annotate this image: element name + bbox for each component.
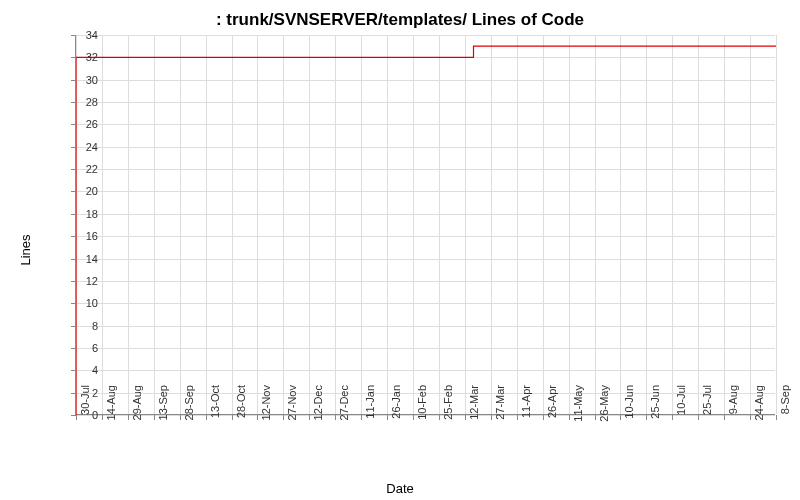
y-tick-label: 22 (68, 163, 98, 175)
x-tick-mark (232, 415, 233, 420)
x-tick-mark (698, 415, 699, 420)
x-tick-mark (180, 415, 181, 420)
x-tick-mark (724, 415, 725, 420)
x-tick-label: 11-Jan (364, 385, 376, 419)
x-tick-label: 10-Feb (416, 385, 428, 420)
y-axis-label: Lines (18, 234, 33, 265)
y-tick-label: 18 (68, 208, 98, 220)
x-tick-mark (569, 415, 570, 420)
x-tick-label: 28-Sep (183, 385, 195, 420)
x-tick-label: 8-Sep (779, 385, 791, 414)
x-tick-mark (439, 415, 440, 420)
x-tick-label: 12-Dec (312, 385, 324, 420)
x-tick-mark (620, 415, 621, 420)
x-tick-label: 10-Jul (675, 385, 687, 415)
x-tick-mark (283, 415, 284, 420)
plot-area (75, 35, 775, 415)
x-tick-mark (517, 415, 518, 420)
y-tick-label: 26 (68, 118, 98, 130)
x-tick-label: 9-Aug (727, 385, 739, 414)
x-tick-label: 26-May (598, 385, 610, 422)
chart-container: : trunk/SVNSERVER/templates/ Lines of Co… (0, 0, 800, 500)
x-tick-label: 13-Oct (209, 385, 221, 418)
x-tick-label: 25-Feb (442, 385, 454, 420)
x-tick-mark (128, 415, 129, 420)
x-tick-label: 26-Apr (546, 385, 558, 418)
x-tick-mark (102, 415, 103, 420)
data-line (76, 46, 776, 415)
x-tick-label: 12-Nov (260, 385, 272, 420)
y-tick-label: 20 (68, 185, 98, 197)
x-tick-mark (595, 415, 596, 420)
x-tick-label: 27-Nov (286, 385, 298, 420)
y-tick-label: 6 (68, 342, 98, 354)
x-tick-mark (646, 415, 647, 420)
x-tick-label: 24-Aug (753, 385, 765, 420)
y-tick-label: 32 (68, 51, 98, 63)
x-tick-label: 10-Jun (623, 385, 635, 419)
x-tick-label: 26-Jan (390, 385, 402, 419)
x-tick-mark (750, 415, 751, 420)
y-tick-label: 4 (68, 364, 98, 376)
x-tick-label: 14-Aug (105, 385, 117, 420)
x-tick-mark (491, 415, 492, 420)
x-tick-label: 28-Oct (235, 385, 247, 418)
y-tick-label: 30 (68, 74, 98, 86)
y-tick-label: 28 (68, 96, 98, 108)
x-tick-mark (361, 415, 362, 420)
x-tick-mark (672, 415, 673, 420)
y-tick-label: 34 (68, 29, 98, 41)
x-tick-label: 30-Jul (79, 385, 91, 415)
x-tick-label: 11-May (572, 385, 584, 422)
x-tick-label: 29-Aug (131, 385, 143, 420)
x-gridline (776, 35, 777, 414)
y-tick-label: 16 (68, 230, 98, 242)
y-tick-label: 12 (68, 275, 98, 287)
x-tick-mark (154, 415, 155, 420)
x-tick-mark (309, 415, 310, 420)
x-tick-mark (335, 415, 336, 420)
y-tick-label: 10 (68, 297, 98, 309)
x-axis-label: Date (0, 481, 800, 496)
x-tick-mark (543, 415, 544, 420)
x-tick-label: 25-Jun (649, 385, 661, 419)
x-tick-mark (387, 415, 388, 420)
x-tick-mark (776, 415, 777, 420)
x-tick-mark (413, 415, 414, 420)
x-tick-label: 27-Mar (494, 385, 506, 420)
x-tick-label: 25-Jul (701, 385, 713, 415)
y-tick-label: 8 (68, 320, 98, 332)
y-tick-label: 24 (68, 141, 98, 153)
x-tick-label: 13-Sep (157, 385, 169, 420)
x-tick-mark (465, 415, 466, 420)
chart-title: : trunk/SVNSERVER/templates/ Lines of Co… (0, 10, 800, 30)
series-svg (76, 35, 776, 415)
x-tick-mark (257, 415, 258, 420)
x-tick-mark (206, 415, 207, 420)
x-tick-label: 12-Mar (468, 385, 480, 420)
x-tick-label: 11-Apr (520, 385, 532, 418)
y-tick-label: 14 (68, 253, 98, 265)
x-tick-label: 27-Dec (338, 385, 350, 420)
